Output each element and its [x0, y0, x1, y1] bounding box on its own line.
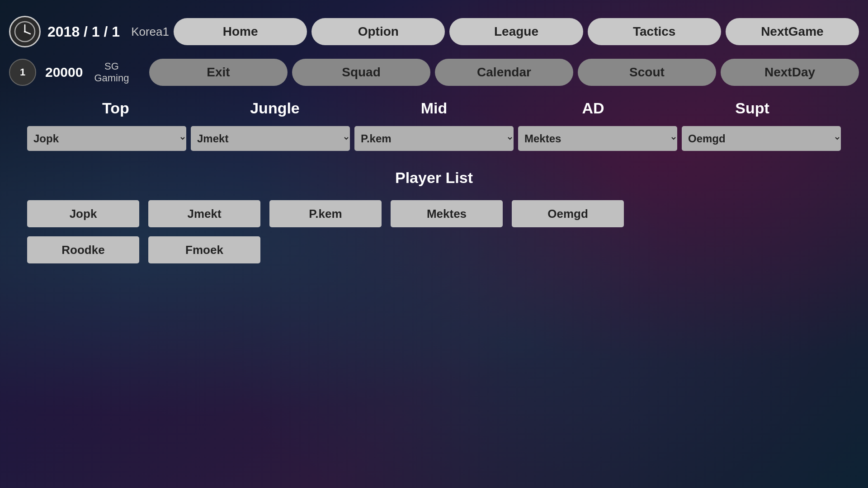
player-button-roodke[interactable]: Roodke: [27, 236, 139, 263]
player-button-jopk[interactable]: Jopk: [27, 200, 139, 227]
exit-button[interactable]: Exit: [149, 59, 288, 86]
home-button[interactable]: Home: [174, 18, 307, 45]
option-button[interactable]: Option: [311, 18, 445, 45]
nav-row1: Home Option League Tactics NextGame: [174, 18, 859, 45]
region-display: Korea1: [131, 25, 169, 39]
top-select[interactable]: Jopk: [27, 126, 186, 151]
nextday-button[interactable]: NextDay: [721, 59, 859, 86]
date-display: 2018 / 1 / 1: [47, 23, 120, 40]
svg-point-3: [24, 31, 26, 33]
calendar-button[interactable]: Calendar: [435, 59, 573, 86]
supt-select[interactable]: Oemgd: [682, 126, 841, 151]
player-button-jmekt[interactable]: Jmekt: [148, 200, 260, 227]
team-name-display: SGGaming: [94, 61, 129, 84]
money-display: 20000: [45, 65, 83, 80]
dropdowns-row: Jopk Jmekt P.kem Mektes Oemgd: [9, 126, 859, 151]
player-grid-row1: Jopk Jmekt P.kem Mektes Oemgd: [9, 200, 859, 227]
player-list-title: Player List: [9, 169, 859, 187]
mid-select[interactable]: P.kem: [354, 126, 514, 151]
jungle-label: Jungle: [225, 99, 325, 117]
player-button-fmoek[interactable]: Fmoek: [148, 236, 260, 263]
main-content: Top Jungle Mid AD Supt Jopk Jmekt P.kem …: [0, 86, 868, 286]
tactics-button[interactable]: Tactics: [588, 18, 721, 45]
nextgame-button[interactable]: NextGame: [726, 18, 859, 45]
ad-select[interactable]: Mektes: [518, 126, 677, 151]
nav-row2: Exit Squad Calendar Scout NextDay: [149, 59, 859, 86]
jungle-select[interactable]: Jmekt: [191, 126, 350, 151]
squad-button[interactable]: Squad: [292, 59, 430, 86]
player-button-mektes[interactable]: Mektes: [391, 200, 503, 227]
clock-icon: [9, 16, 41, 47]
player-button-pkem[interactable]: P.kem: [269, 200, 382, 227]
player-button-oemgd[interactable]: Oemgd: [512, 200, 624, 227]
league-button[interactable]: League: [449, 18, 583, 45]
position-headers: Top Jungle Mid AD Supt: [9, 99, 859, 117]
mid-label: Mid: [384, 99, 484, 117]
team-number-badge: 1: [9, 59, 36, 86]
supt-label: Supt: [703, 99, 802, 117]
top-label: Top: [66, 99, 165, 117]
ad-label: AD: [543, 99, 643, 117]
player-grid-row2: Roodke Fmoek: [9, 236, 859, 263]
scout-button[interactable]: Scout: [578, 59, 716, 86]
